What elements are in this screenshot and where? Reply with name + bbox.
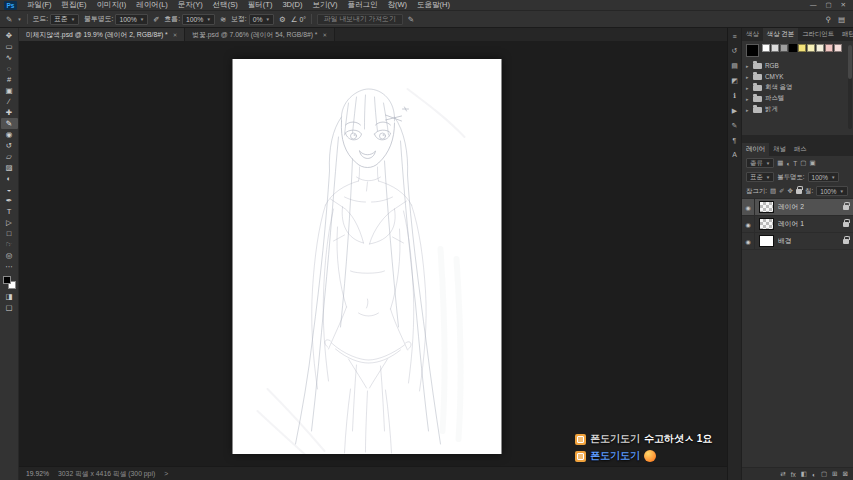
close-icon[interactable]: ✕ — [173, 32, 178, 38]
swatch-chip[interactable] — [807, 44, 815, 52]
history-brush-tool[interactable]: ↺ — [1, 140, 18, 151]
gradient-tool[interactable]: ▨ — [1, 162, 18, 173]
visibility-toggle[interactable]: ◉ — [742, 199, 755, 215]
brush-angle-value[interactable]: 0° — [299, 16, 306, 23]
hand-tool[interactable]: ☞ — [1, 239, 18, 250]
menu-layer[interactable]: 레이어(L) — [131, 0, 173, 10]
lock-all-icon[interactable] — [796, 189, 802, 194]
glyphs-panel-icon[interactable]: A — [732, 151, 737, 158]
filter-type-icon[interactable]: T — [793, 160, 797, 167]
blur-tool[interactable]: ◐ — [1, 173, 18, 184]
close-icon[interactable]: ✕ — [323, 32, 328, 38]
properties-panel-icon[interactable]: ≡ — [732, 33, 736, 40]
mode-select[interactable]: 표준▼ — [50, 14, 79, 25]
dodge-tool[interactable]: ◒ — [1, 184, 18, 195]
menu-plugins[interactable]: 플러그인 — [342, 0, 382, 10]
pen-tool[interactable]: ✒ — [1, 195, 18, 206]
adjustment-layer-icon[interactable]: ◐ — [812, 471, 816, 478]
history-panel-icon[interactable]: ↺ — [732, 47, 738, 55]
swatch-chip[interactable] — [762, 44, 770, 52]
menu-3d[interactable]: 3D(D) — [277, 0, 307, 10]
chevron-right-icon[interactable]: ▸ — [746, 107, 750, 113]
flow-input[interactable]: 100%▼ — [182, 14, 215, 25]
layer-filter-select[interactable]: 종류▼ — [746, 158, 774, 168]
tab-channels[interactable]: 채널 — [769, 143, 790, 156]
marquee-tool[interactable]: ▭ — [1, 41, 18, 52]
opacity-input[interactable]: 100%▼ — [115, 14, 148, 25]
clone-stamp-tool[interactable]: ◉ — [1, 129, 18, 140]
filter-adjustment-icon[interactable]: ◐ — [786, 160, 790, 167]
new-layer-icon[interactable]: ⊞ — [832, 470, 837, 478]
airbrush-icon[interactable]: ≋ — [220, 15, 226, 24]
swatch-folder-rgb[interactable]: ▸ RGB — [746, 60, 849, 71]
quick-selection-tool[interactable]: ◌ — [1, 63, 18, 74]
visibility-toggle[interactable]: ◉ — [742, 233, 755, 249]
chevron-right-icon[interactable]: ▸ — [746, 85, 750, 91]
foreground-color[interactable] — [3, 276, 11, 284]
swatch-folder-cmyk[interactable]: ▸ CMYK — [746, 71, 849, 82]
layer-opacity-input[interactable]: 100%▼ — [808, 172, 840, 182]
swatch-chip[interactable] — [825, 44, 833, 52]
foreground-background-swatch[interactable] — [3, 276, 16, 289]
menu-filter[interactable]: 필터(T) — [243, 0, 278, 10]
eyedropper-tool[interactable]: ∕ — [1, 96, 18, 107]
swatch-chip[interactable] — [816, 44, 824, 52]
workspace-switcher-icon[interactable]: ▤ — [838, 15, 845, 24]
search-icon[interactable]: ⚲ — [825, 15, 831, 24]
tab-layers[interactable]: 레이어 — [742, 143, 769, 156]
tab-patterns[interactable]: 패턴 — [838, 28, 853, 41]
layer-effects-icon[interactable]: fx — [791, 471, 796, 478]
minimize-button[interactable]: — — [810, 1, 817, 9]
swatch-chip[interactable] — [780, 44, 788, 52]
filter-shape-icon[interactable]: ▢ — [800, 159, 806, 167]
zoom-level-input[interactable]: 19.92% — [26, 470, 49, 477]
swatch-chip[interactable] — [798, 44, 806, 52]
lasso-tool[interactable]: ∿ — [1, 52, 18, 63]
eraser-tool[interactable]: ▱ — [1, 151, 18, 162]
lock-position-icon[interactable]: ✥ — [788, 187, 793, 195]
filter-smart-icon[interactable]: ▣ — [809, 159, 815, 167]
zoom-tool[interactable]: ◎ — [1, 250, 18, 261]
swatch-folder-grayscale[interactable]: ▸ 회색 음영 — [746, 82, 849, 93]
link-layers-icon[interactable]: ⇄ — [780, 470, 785, 478]
tab-paths[interactable]: 패스 — [790, 143, 811, 156]
brush-settings-panel-icon[interactable]: ✎ — [732, 122, 738, 130]
menu-select[interactable]: 선택(S) — [208, 0, 243, 10]
crop-tool[interactable]: # — [1, 74, 18, 85]
smoothing-input[interactable]: 0%▼ — [249, 14, 274, 25]
chevron-right-icon[interactable]: ▸ — [746, 96, 750, 102]
blend-mode-select[interactable]: 표준▼ — [746, 172, 774, 182]
menu-view[interactable]: 보기(V) — [307, 0, 342, 10]
doc-tab-1[interactable]: 미체지않색.psd @ 19.9% (레이어 2, RGB/8#) * ✕ — [19, 28, 185, 41]
menu-file[interactable]: 파일(F) — [22, 0, 57, 10]
current-color-swatch[interactable] — [746, 44, 759, 57]
swatch-folder-light[interactable]: ▸ 밝게 — [746, 104, 849, 115]
chat-username[interactable]: 폰도기도기 — [590, 432, 640, 446]
edit-toolbar-button[interactable]: ⋯ — [1, 261, 18, 272]
swatch-chip[interactable] — [771, 44, 779, 52]
delete-layer-icon[interactable]: ⊠ — [843, 470, 848, 478]
visibility-toggle[interactable]: ◉ — [742, 216, 755, 232]
shape-tool[interactable]: □ — [1, 228, 18, 239]
layer-group-icon[interactable]: ▢ — [821, 470, 827, 478]
layer-row-2[interactable]: ◉ 레이어 2 — [742, 199, 853, 216]
lock-pixels-icon[interactable]: ✐ — [779, 187, 784, 195]
status-chevron-icon[interactable]: > — [164, 470, 168, 477]
chat-username[interactable]: 폰도기도기 — [590, 449, 640, 463]
healing-brush-tool[interactable]: ✚ — [1, 107, 18, 118]
layer-mask-icon[interactable]: ◧ — [801, 470, 807, 478]
menu-help[interactable]: 도움말(H) — [412, 0, 455, 10]
paragraph-panel-icon[interactable]: ¶ — [733, 137, 737, 144]
quick-mask-icon[interactable]: ◨ — [1, 291, 18, 302]
info-panel-icon[interactable]: ℹ — [733, 92, 736, 100]
chevron-down-icon[interactable]: ▼ — [17, 17, 21, 22]
doc-tab-2[interactable]: 벚꽃.psd @ 7.06% (레이어 54, RGB/8#) * ✕ — [185, 28, 335, 41]
frame-tool[interactable]: ▣ — [1, 85, 18, 96]
layer-row-background[interactable]: ◉ 배경 — [742, 233, 853, 250]
swatch-chip[interactable] — [834, 44, 842, 52]
brush-tool[interactable]: ✎ — [1, 118, 18, 129]
document-canvas[interactable] — [233, 59, 502, 454]
pencil-icon[interactable]: ✎ — [408, 15, 414, 24]
layer-thumbnail[interactable] — [759, 201, 774, 213]
layer-thumbnail[interactable] — [759, 235, 774, 247]
